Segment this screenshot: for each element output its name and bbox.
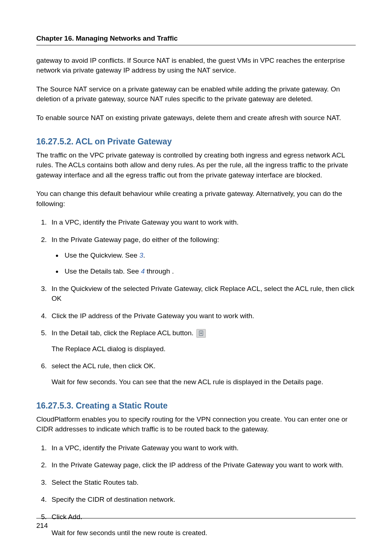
sec1-para-2: You can change this default behaviour wh… [36, 189, 356, 209]
step-text: Click the IP address of the Private Gate… [52, 312, 254, 320]
page-number: 214 [36, 522, 48, 529]
chapter-header: Chapter 16. Managing Networks and Traffi… [36, 33, 356, 45]
bullet-text-pre: Use the Quickview. See [65, 251, 139, 259]
step-text: In the Detail tab, click the Replace ACL… [52, 329, 193, 337]
link-step-4[interactable]: 4 [141, 267, 145, 275]
step-text: select the ACL rule, then click OK. [52, 362, 156, 370]
intro-para-2: The Source NAT service on a private gate… [36, 84, 356, 104]
sec1-step-2a: Use the Quickview. See 3. [62, 250, 356, 260]
step-text: In a VPC, identify the Private Gateway y… [52, 218, 238, 226]
sec2-step-2: In the Private Gateway page, click the I… [49, 460, 356, 470]
section-title-static-route: 16.27.5.3. Creating a Static Route [36, 400, 356, 412]
bullet-text-post: through . [145, 267, 174, 275]
step-subtext: Wait for few seconds. You can see that t… [52, 377, 356, 387]
sec1-step-3: In the Quickview of the selected Private… [49, 284, 356, 304]
page-footer: 214 [36, 518, 356, 531]
sec1-para-1: The traffic on the VPC private gateway i… [36, 150, 356, 180]
step-text: In the Private Gateway page, do either o… [52, 236, 219, 243]
sec1-steps: In a VPC, identify the Private Gateway y… [36, 217, 356, 387]
step-text: In a VPC, identify the Private Gateway y… [52, 444, 238, 452]
step-text: In the Private Gateway page, click the I… [52, 461, 343, 469]
replace-acl-icon [196, 329, 206, 338]
sec2-step-4: Specify the CIDR of destination network. [49, 495, 356, 505]
intro-para-1: gateway to avoid IP conflicts. If Source… [36, 56, 356, 75]
sec1-step-4: Click the IP address of the Private Gate… [49, 311, 356, 321]
sec2-para-1: CloudPlatform enables you to specify rou… [36, 414, 356, 434]
sec1-step-6: select the ACL rule, then click OK. Wait… [49, 361, 356, 387]
sec1-step-5: In the Detail tab, click the Replace ACL… [49, 328, 356, 354]
sec1-step-2: In the Private Gateway page, do either o… [49, 235, 356, 276]
sec1-step-2-sublist: Use the Quickview. See 3. Use the Detail… [52, 250, 356, 276]
link-step-3[interactable]: 3 [139, 251, 143, 259]
intro-para-3: To enable source NAT on existing private… [36, 113, 356, 123]
sec2-step-3: Select the Static Routes tab. [49, 477, 356, 488]
step-text: Specify the CIDR of destination network. [52, 496, 175, 503]
section-title-acl: 16.27.5.2. ACL on Private Gateway [36, 136, 356, 148]
bullet-text-pre: Use the Details tab. See [65, 267, 141, 275]
step-text: In the Quickview of the selected Private… [52, 285, 354, 303]
sec2-step-1: In a VPC, identify the Private Gateway y… [49, 443, 356, 453]
step-text: Select the Static Routes tab. [52, 479, 139, 486]
sec1-step-2b: Use the Details tab. See 4 through . [62, 266, 356, 276]
sec1-step-1: In a VPC, identify the Private Gateway y… [49, 217, 356, 227]
step-subtext: The Replace ACL dialog is displayed. [52, 344, 356, 354]
bullet-text-post: . [143, 251, 145, 259]
